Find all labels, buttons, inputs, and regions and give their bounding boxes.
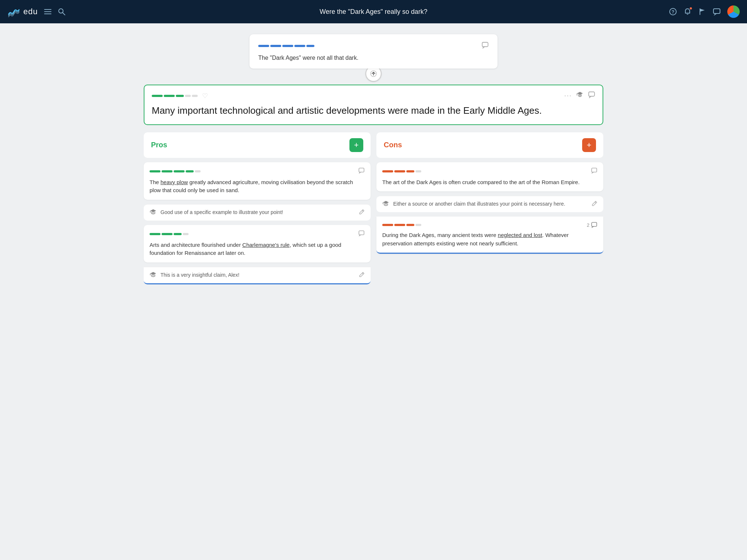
- chat-icon[interactable]: [713, 8, 721, 16]
- claim-progress-bars: [152, 95, 198, 97]
- pro-argument-1: The heavy plow greatly advanced agricult…: [144, 162, 371, 200]
- con-1-bars: [382, 170, 421, 172]
- teacher-icon[interactable]: [576, 91, 584, 100]
- con-2-count: 2: [587, 222, 589, 228]
- teacher-feedback-icon-1: [150, 209, 157, 216]
- add-con-button[interactable]: +: [582, 138, 596, 152]
- notifications-icon[interactable]: [684, 8, 692, 16]
- navbar: edu Were the "Dark Ages" really so dark?…: [0, 0, 747, 23]
- cons-column: Cons +: [376, 132, 603, 289]
- progress-bar-1: [258, 45, 269, 47]
- claim-top: ♡ ···: [152, 91, 595, 100]
- pro-feedback-1-edit-icon[interactable]: [359, 209, 365, 216]
- claim-bar-5: [192, 95, 198, 97]
- search-icon[interactable]: [58, 8, 66, 16]
- claim-text: Many important technological and artisti…: [152, 105, 595, 117]
- arg-2-comment-icon[interactable]: [358, 230, 365, 238]
- svg-line-18: [595, 202, 596, 203]
- con-feedback-1: Either a source or another claim that il…: [376, 196, 603, 212]
- claim-bar-4: [185, 95, 191, 97]
- svg-point-3: [59, 9, 63, 13]
- arg-1-top: [150, 167, 365, 175]
- thesis-card: The "Dark Ages" were not all that dark.: [249, 34, 498, 69]
- thesis-comment-icon[interactable]: [481, 42, 489, 50]
- pro-feedback-2-text: This is a very insightful claim, Alex!: [160, 272, 239, 279]
- thesis-text: The "Dark Ages" were not all that dark.: [258, 55, 489, 61]
- claim-bar-2: [164, 95, 175, 97]
- logo-text: edu: [23, 7, 38, 16]
- progress-bar-4: [294, 45, 305, 47]
- thesis-section: The "Dark Ages" were not all that dark.: [144, 34, 603, 82]
- add-pro-button[interactable]: +: [349, 138, 363, 152]
- pro-feedback-1-text: Good use of a specific example to illust…: [160, 209, 283, 216]
- navbar-left: edu: [7, 5, 66, 18]
- con-feedback-1-text: Either a source or another claim that il…: [393, 201, 565, 208]
- svg-rect-15: [359, 231, 364, 235]
- con-2-text: During the Dark Ages, many ancient texts…: [382, 231, 597, 248]
- help-icon[interactable]: ?: [669, 8, 677, 16]
- pro-feedback-2-edit-icon[interactable]: [359, 272, 365, 279]
- progress-bar-5: [306, 45, 314, 47]
- thesis-progress-bars: [258, 45, 314, 47]
- logo-container: edu: [7, 5, 38, 18]
- arg-1-bars: [150, 170, 201, 172]
- con-2-bars: [382, 224, 421, 226]
- more-options-icon[interactable]: ···: [564, 92, 572, 100]
- progress-bar-2: [270, 45, 281, 47]
- con-feedback-1-edit-icon[interactable]: [592, 201, 597, 208]
- cons-title: Cons: [384, 141, 402, 149]
- con-1-top: [382, 167, 597, 175]
- con-2-top: 2: [382, 222, 597, 228]
- pro-feedback-1: Good use of a specific example to illust…: [144, 204, 371, 221]
- con-feedback-1-left: Either a source or another claim that il…: [382, 201, 565, 208]
- main-content: The "Dark Ages" were not all that dark. …: [136, 23, 611, 296]
- teacher-feedback-con-icon-1: [382, 201, 390, 208]
- teacher-feedback-icon-2: [150, 272, 157, 279]
- flag-icon[interactable]: [698, 8, 706, 16]
- pros-column: Pros +: [144, 132, 371, 289]
- svg-rect-9: [713, 9, 720, 13]
- svg-rect-17: [592, 168, 597, 172]
- arg-2-top: [150, 230, 365, 238]
- page-title: Were the "Dark Ages" really so dark?: [320, 8, 427, 16]
- svg-text:?: ?: [671, 9, 674, 15]
- svg-rect-12: [589, 92, 595, 96]
- navbar-right: ?: [669, 5, 740, 18]
- progress-bar-3: [282, 45, 293, 47]
- svg-rect-13: [359, 168, 364, 172]
- comment-icon[interactable]: [588, 91, 595, 100]
- pro-feedback-1-left: Good use of a specific example to illust…: [150, 209, 283, 216]
- pro-argument-2: Arts and architecture flourished under C…: [144, 225, 371, 262]
- con-1-text: The art of the Dark Ages is often crude …: [382, 178, 597, 187]
- claim-bar-3: [176, 95, 184, 97]
- svg-rect-19: [592, 222, 597, 226]
- con-argument-1: The art of the Dark Ages is often crude …: [376, 162, 603, 192]
- claim-bar-1: [152, 95, 163, 97]
- con-argument-2: 2 During the Dark Ages, many ancient tex…: [376, 217, 603, 254]
- svg-rect-10: [482, 42, 488, 47]
- claim-left: ♡: [152, 92, 208, 100]
- notification-dot: [689, 7, 693, 10]
- arg-2-text: Arts and architecture flourished under C…: [150, 241, 365, 257]
- heart-icon[interactable]: ♡: [202, 92, 208, 100]
- claim-card: ♡ ··· Many import: [144, 85, 603, 125]
- arg-1-comment-icon[interactable]: [358, 167, 365, 175]
- claim-right: ···: [564, 91, 595, 100]
- pro-feedback-2: This is a very insightful claim, Alex!: [144, 267, 371, 284]
- menu-icon[interactable]: [44, 8, 52, 16]
- logo-icon: [7, 5, 20, 18]
- con-1-comment-icon[interactable]: [591, 167, 597, 175]
- pros-header: Pros +: [144, 132, 371, 158]
- svg-line-4: [63, 13, 65, 15]
- con-2-comment-count[interactable]: 2: [587, 222, 597, 228]
- thesis-top: [258, 42, 489, 50]
- svg-line-14: [362, 210, 363, 211]
- pro-feedback-2-left: This is a very insightful claim, Alex!: [150, 272, 239, 279]
- arg-1-text: The heavy plow greatly advanced agricult…: [150, 178, 365, 195]
- svg-line-16: [362, 273, 363, 274]
- pros-cons-columns: Pros +: [144, 132, 603, 289]
- arg-2-bars: [150, 233, 189, 235]
- avatar[interactable]: [727, 5, 740, 18]
- pros-title: Pros: [151, 141, 167, 149]
- cons-header: Cons +: [376, 132, 603, 158]
